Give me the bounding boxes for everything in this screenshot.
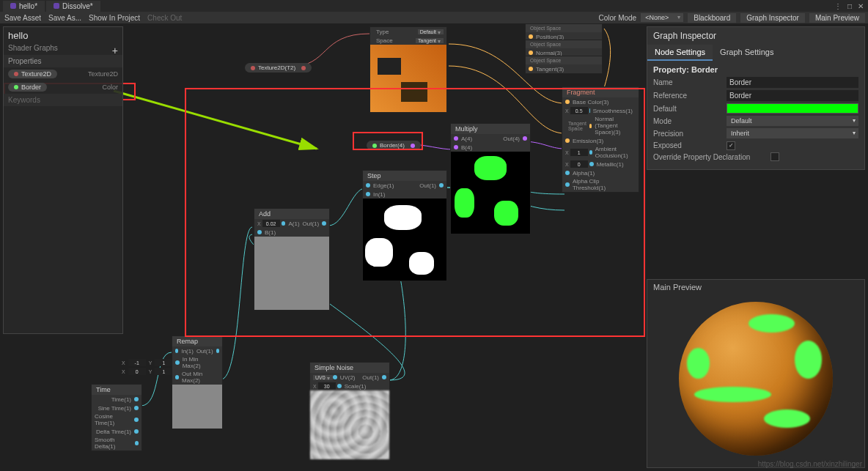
keywords-header: Keywords bbox=[4, 94, 122, 106]
node-simple-noise[interactable]: Simple Noise UV0UV(2)Out(1) XScale(1) bbox=[309, 362, 390, 460]
main-preview-toggle[interactable]: Main Preview bbox=[809, 13, 865, 23]
node-time[interactable]: Time Time(1) Sine Time(1) Cosine Time(1)… bbox=[91, 384, 142, 451]
inspector-title: Graph Inspector bbox=[647, 27, 864, 45]
node-multiply[interactable]: Multiply A(4)Out(4) B(4) bbox=[450, 123, 531, 234]
property-name-input[interactable] bbox=[727, 77, 858, 88]
toolbar: Save Asset Save As... Show In Project Ch… bbox=[0, 12, 868, 23]
graph-inspector-panel[interactable]: Graph Inspector Node Settings Graph Sett… bbox=[647, 26, 865, 170]
node-object-tangent[interactable]: Object Space Tangent(3) bbox=[525, 56, 603, 74]
remap-outminmax: X Y bbox=[122, 368, 174, 375]
node-remap[interactable]: Remap In(1)Out(1) In Min Max(2) Out Min … bbox=[172, 335, 223, 429]
default-color-swatch[interactable] bbox=[727, 103, 858, 114]
graph-inspector-toggle[interactable]: Graph Inspector bbox=[740, 13, 805, 23]
color-mode-label: Color Mode bbox=[598, 14, 636, 22]
node-sample-texture[interactable]: TypeDefault SpaceTangent bbox=[369, 26, 447, 113]
remap-preview bbox=[172, 385, 222, 429]
property-header: Property: Border bbox=[653, 65, 858, 74]
add-property-button[interactable]: + bbox=[112, 45, 118, 56]
window-tabs: hello* Dissolve* ⋮ □ ✕ bbox=[0, 0, 868, 12]
property-texture2d[interactable]: Texture2D(T2) bbox=[245, 63, 312, 73]
blackboard-toggle[interactable]: Blackboard bbox=[688, 13, 736, 23]
texture-preview bbox=[370, 45, 446, 112]
save-as-button[interactable]: Save As... bbox=[48, 14, 81, 22]
property-border[interactable]: Border(4) bbox=[367, 141, 421, 150]
check-out-button: Check Out bbox=[147, 14, 182, 22]
add-a-x[interactable] bbox=[262, 220, 280, 227]
save-asset-button[interactable]: Save Asset bbox=[4, 14, 41, 22]
maximize-icon[interactable]: □ bbox=[846, 2, 853, 10]
main-preview-panel[interactable]: Main Preview bbox=[647, 279, 865, 468]
override-checkbox[interactable] bbox=[770, 152, 779, 161]
blackboard-panel[interactable]: hello Shader Graphs + Properties Texture… bbox=[3, 26, 123, 334]
add-preview bbox=[254, 237, 329, 310]
property-row-texture2d[interactable]: Texture2D Texture2D bbox=[4, 67, 122, 81]
preview-sphere bbox=[679, 302, 833, 456]
multiply-preview bbox=[451, 152, 530, 234]
tab-graph-settings[interactable]: Graph Settings bbox=[713, 45, 781, 61]
exposed-checkbox[interactable]: ✓ bbox=[727, 141, 735, 150]
type-dropdown[interactable]: Default bbox=[418, 29, 444, 34]
node-fragment[interactable]: Fragment Base Color(3) XSmoothness(1) Ta… bbox=[562, 86, 639, 193]
smoothness-x[interactable] bbox=[570, 107, 588, 114]
tab-dissolve[interactable]: Dissolve* bbox=[46, 1, 100, 12]
preview-viewport[interactable] bbox=[647, 294, 864, 463]
step-preview bbox=[363, 199, 446, 281]
metallic-x[interactable] bbox=[570, 160, 588, 168]
shader-type: Shader Graphs bbox=[4, 44, 122, 55]
preview-title: Main Preview bbox=[647, 280, 864, 294]
property-reference-input[interactable] bbox=[727, 90, 858, 101]
close-icon[interactable]: ✕ bbox=[856, 2, 865, 10]
noise-scale[interactable] bbox=[318, 382, 336, 390]
node-add[interactable]: Add XA(1)Out(1) B(1) bbox=[254, 208, 330, 311]
property-row-border[interactable]: Border Color bbox=[4, 81, 122, 94]
mode-dropdown[interactable]: Default bbox=[727, 116, 858, 126]
node-step[interactable]: Step Edge(1)Out(1) In(1) bbox=[362, 170, 447, 281]
ao-x[interactable] bbox=[570, 149, 588, 156]
tab-node-settings[interactable]: Node Settings bbox=[647, 45, 713, 61]
space-dropdown[interactable]: Tangent bbox=[416, 38, 444, 43]
precision-dropdown[interactable]: Inherit bbox=[727, 128, 858, 138]
watermark: https://blog.csdn.net/xinzhilinger bbox=[758, 460, 862, 468]
tab-hello[interactable]: hello* bbox=[3, 1, 45, 12]
shader-name: hello bbox=[4, 27, 122, 44]
uv-dropdown[interactable]: UV0 bbox=[313, 375, 333, 380]
noise-preview bbox=[310, 390, 389, 459]
color-mode-dropdown[interactable]: <None> bbox=[641, 13, 683, 22]
remap-inminmax: X Y bbox=[122, 359, 174, 366]
menu-icon[interactable]: ⋮ bbox=[833, 2, 843, 10]
show-in-project-button[interactable]: Show In Project bbox=[89, 14, 140, 22]
properties-header: Properties bbox=[4, 55, 122, 67]
